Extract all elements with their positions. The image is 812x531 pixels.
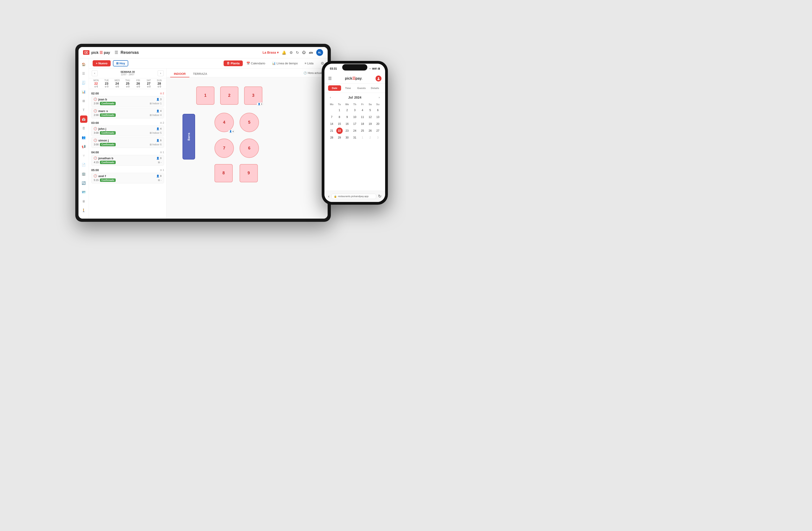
- hoy-button[interactable]: ⊞ Hoy: [113, 60, 128, 67]
- table-6[interactable]: 6: [240, 139, 259, 158]
- notification-icon[interactable]: 🔔: [282, 51, 286, 55]
- cal-d-10[interactable]: 10: [352, 114, 358, 120]
- cal-d-9[interactable]: 9: [344, 114, 350, 120]
- power-icon[interactable]: ⏻: [302, 51, 306, 55]
- sidebar-sync[interactable]: 🔄: [80, 180, 87, 187]
- reservation-marc[interactable]: 🕐 marc s 👤 4 2:00: [91, 108, 164, 118]
- cal-d-8[interactable]: 8: [336, 114, 343, 120]
- cal-d-23[interactable]: 23: [344, 128, 350, 134]
- tab-terraza[interactable]: TERRAZA: [189, 71, 211, 77]
- tab-indoor[interactable]: INDOOR: [170, 71, 189, 77]
- hamburger-icon[interactable]: ☰: [115, 50, 118, 55]
- cal-d-25[interactable]: 25: [359, 128, 366, 134]
- cal-d-5[interactable]: 5: [367, 107, 373, 113]
- cal-d-16[interactable]: 16: [344, 121, 350, 127]
- day-tue[interactable]: TUE 23 ⊙0: [101, 79, 112, 88]
- phone-avatar[interactable]: [376, 75, 381, 82]
- cal-d-21[interactable]: 21: [329, 128, 335, 134]
- table-1[interactable]: 1: [196, 86, 215, 105]
- cal-d-2[interactable]: 2: [344, 107, 350, 113]
- prev-week-button[interactable]: ‹: [92, 70, 98, 76]
- reservation-simon[interactable]: 🕐 simon j 👤 6 3:00: [91, 137, 164, 148]
- next-week-button[interactable]: ›: [158, 70, 163, 76]
- cal-d-31[interactable]: 31: [352, 134, 358, 141]
- step-tab-details[interactable]: Details: [368, 85, 381, 91]
- cal-d-29[interactable]: 29: [336, 134, 343, 141]
- sidebar-home[interactable]: 🏠: [80, 61, 87, 68]
- sidebar-list[interactable]: ☰: [80, 70, 87, 77]
- cal-d-18[interactable]: 18: [359, 121, 366, 127]
- tab-planta[interactable]: 🗓 Planta: [223, 60, 243, 66]
- tab-linea[interactable]: 📊 Línea de tiempo: [269, 60, 301, 66]
- sidebar-calendar-active[interactable]: 📅: [80, 115, 87, 123]
- cal-next-btn[interactable]: ›: [377, 95, 381, 100]
- day-mon[interactable]: MON 22 ⊙6: [91, 79, 101, 88]
- cal-d-22-today[interactable]: 22: [336, 128, 343, 134]
- cal-d-30[interactable]: 30: [344, 134, 350, 141]
- reload-browser-btn[interactable]: ↻: [378, 194, 381, 199]
- day-wed[interactable]: WED 24 ⊙0: [112, 79, 122, 88]
- day-sun[interactable]: SUN 28 ⊙0: [154, 79, 164, 88]
- sidebar-doc[interactable]: 📄: [80, 161, 87, 168]
- sidebar-text[interactable]: T: [80, 106, 87, 114]
- day-sat[interactable]: SAT 27 ⊙0: [144, 79, 154, 88]
- table-2[interactable]: 2: [220, 86, 238, 105]
- sidebar-users[interactable]: 👥: [80, 134, 87, 141]
- reservation-jonathan[interactable]: 🕐 jonathan b 👤 0 4:15: [91, 155, 164, 166]
- cal-d-11[interactable]: 11: [359, 114, 366, 120]
- sidebar-announce[interactable]: 📢: [80, 143, 87, 150]
- sidebar-figure[interactable]: 🚶: [80, 207, 87, 214]
- step-tab-date[interactable]: Date: [328, 85, 341, 91]
- browser-url-bar[interactable]: 🔒 restaurants.pickandpay.app: [331, 194, 376, 199]
- cal-d-15[interactable]: 15: [336, 121, 343, 127]
- cal-d-1[interactable]: 1: [336, 107, 343, 113]
- cal-d-13[interactable]: 13: [375, 114, 381, 120]
- sidebar-cal2[interactable]: 🗓: [80, 125, 87, 132]
- cal-d-19[interactable]: 19: [367, 121, 373, 127]
- cal-d-4[interactable]: 4: [359, 107, 366, 113]
- day-fri[interactable]: FRI 26 ⊙0: [133, 79, 144, 88]
- hora-actual-btn[interactable]: 🕐 Hora actual ▾: [303, 71, 324, 75]
- reservation-joan[interactable]: 🕐 joan b 👤 3 2:00: [91, 96, 164, 107]
- day-thu[interactable]: THU 25 ⊙0: [122, 79, 133, 88]
- nuevo-button[interactable]: + Nuevo: [93, 60, 111, 67]
- tab-lista[interactable]: ≡ Lista: [301, 60, 317, 66]
- cal-d-2-next[interactable]: 2: [367, 134, 373, 141]
- back-browser-btn[interactable]: ‹: [328, 194, 330, 199]
- cal-d-27[interactable]: 27: [375, 128, 381, 134]
- step-tab-time[interactable]: Time: [342, 85, 354, 91]
- cal-d-3-next[interactable]: 3: [375, 134, 381, 141]
- cal-prev-btn[interactable]: ‹: [328, 95, 333, 100]
- cal-d-28[interactable]: 28: [329, 134, 335, 141]
- sidebar-branch[interactable]: ⑂: [80, 152, 87, 159]
- table-8[interactable]: 8: [215, 164, 233, 182]
- table-barra[interactable]: Barra: [183, 114, 195, 159]
- refresh-icon[interactable]: ↻: [296, 51, 299, 55]
- table-4[interactable]: 4 👤 4: [215, 113, 234, 132]
- settings-icon[interactable]: ⚙: [290, 51, 293, 55]
- table-7[interactable]: 7: [215, 139, 234, 158]
- user-avatar[interactable]: AL: [316, 49, 323, 56]
- cal-d-17[interactable]: 17: [352, 121, 358, 127]
- tab-calendario[interactable]: 📅 Calendario: [243, 60, 269, 66]
- cal-d-7[interactable]: 7: [329, 114, 335, 120]
- cal-d-12[interactable]: 12: [367, 114, 373, 120]
- cal-d-1-next[interactable]: 1: [359, 134, 366, 141]
- sidebar-billing[interactable]: 🧾: [80, 79, 87, 86]
- cal-d-24[interactable]: 24: [352, 128, 358, 134]
- step-tab-guests[interactable]: Guests: [355, 85, 368, 91]
- sidebar-chart[interactable]: 📊: [80, 88, 87, 96]
- table-3[interactable]: 3 👤 3: [244, 86, 262, 105]
- cal-d-14[interactable]: 14: [329, 121, 335, 127]
- cal-d-26[interactable]: 26: [367, 128, 373, 134]
- sidebar-table[interactable]: ⊞: [80, 97, 87, 104]
- cal-d-6[interactable]: 6: [375, 107, 381, 113]
- restaurant-selector[interactable]: La Brasa ▾: [263, 51, 279, 54]
- table-5[interactable]: 5: [240, 113, 259, 132]
- sidebar-building[interactable]: 🏢: [80, 170, 87, 177]
- sidebar-monitor[interactable]: 🖥: [80, 198, 87, 205]
- sidebar-id[interactable]: 🪪: [80, 188, 87, 196]
- phone-hamburger-icon[interactable]: ☰: [328, 76, 332, 81]
- reservation-john[interactable]: 🕐 john j 👤 4 3:00: [91, 126, 164, 136]
- reservation-axel[interactable]: 🕐 axel f 👤 8 5:15: [91, 173, 164, 184]
